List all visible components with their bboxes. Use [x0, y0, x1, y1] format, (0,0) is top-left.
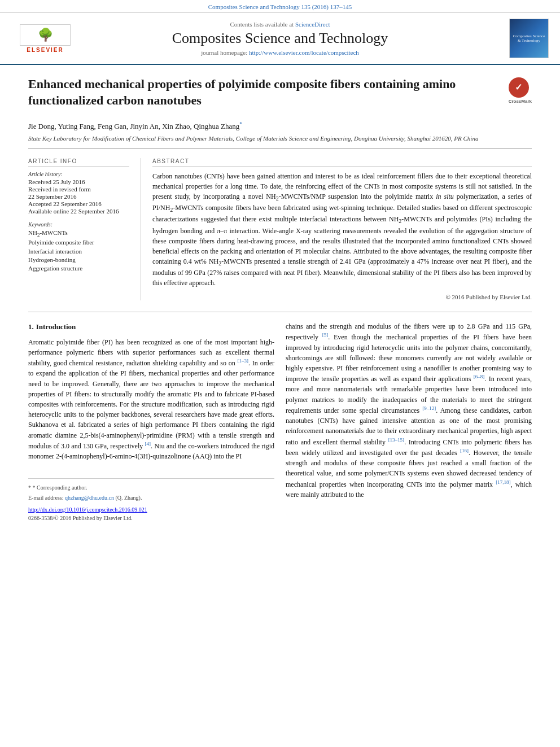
journal-thumbnail: Composites Science & Technology — [481, 19, 549, 58]
abstract-text: Carbon nanotubes (CNTs) have been gained… — [152, 171, 532, 289]
crossmark-symbol: ✓ — [515, 82, 522, 94]
revised-label: Received in revised form — [28, 186, 129, 193]
revised-date: 22 September 2016 — [28, 193, 129, 200]
article-title-text: Enhanced mechanical properties of polyim… — [28, 77, 456, 107]
doi-anchor[interactable]: http://dx.doi.org/10.1016/j.compscitech.… — [28, 506, 147, 513]
article-info-abstract-block: ARTICLE INFO Article history: Received 2… — [28, 158, 532, 301]
star-symbol: * — [28, 484, 33, 491]
article-info-panel: ARTICLE INFO Article history: Received 2… — [28, 158, 141, 301]
keyword-3: Interfacial interaction — [28, 247, 129, 256]
sciencedirect-link: Contents lists available at ScienceDirec… — [79, 21, 481, 28]
email-label: E-mail address: — [28, 495, 63, 501]
journal-reference-bar: Composites Science and Technology 135 (2… — [0, 0, 560, 13]
elsevier-logo-area: 🌳 ELSEVIER — [11, 24, 79, 53]
article-info-title: ARTICLE INFO — [28, 158, 129, 167]
journal-cover-image: Composites Science & Technology — [509, 19, 549, 58]
authors-line: Jie Dong, Yuting Fang, Feng Gan, Jinyin … — [28, 121, 532, 131]
crossmark-label: CrossMark — [509, 99, 532, 104]
article-history: Article history: Received 25 July 2016 R… — [28, 171, 129, 215]
affiliation-text: State Key Laboratory for Modification of… — [28, 135, 532, 149]
keywords-section: Keywords: NH2-MWCNTs Polyimide composite… — [28, 221, 129, 273]
intro-col1-text: Aromatic polyimide fiber (PI) has been r… — [28, 337, 274, 462]
keyword-4: Hydrogen-bonding — [28, 256, 129, 264]
corresponding-author-note: * * Corresponding author. — [28, 483, 274, 492]
journal-citation: Composites Science and Technology 135 (2… — [208, 3, 352, 10]
sciencedirect-anchor[interactable]: ScienceDirect — [295, 21, 330, 28]
footer-area: * * Corresponding author. E-mail address… — [28, 478, 274, 522]
crossmark-badge: ✓ CrossMark — [509, 77, 532, 104]
journal-homepage: journal homepage: http://www.elsevier.co… — [79, 49, 481, 56]
introduction-heading: 1.Introduction — [28, 321, 274, 333]
section-divider — [28, 312, 532, 312]
introduction-columns: 1.Introduction Aromatic polyimide fiber … — [28, 321, 532, 522]
journal-header: 🌳 ELSEVIER Contents lists available at S… — [0, 13, 560, 65]
intro-col2-text: chains and the strength and modulus of t… — [286, 321, 532, 500]
introduction-col-right: chains and the strength and modulus of t… — [286, 321, 532, 522]
article-title-block: ✓ CrossMark Enhanced mechanical properti… — [28, 76, 532, 113]
cover-text: Composites Science & Technology — [512, 34, 546, 43]
keyword-5: Aggregation structure — [28, 264, 129, 273]
accepted-date: Accepted 22 September 2016 — [28, 200, 129, 207]
homepage-label: journal homepage: — [201, 49, 247, 56]
abstract-panel: ABSTRACT Carbon nanotubes (CNTs) have be… — [141, 158, 532, 301]
journal-header-center: Contents lists available at ScienceDirec… — [79, 21, 481, 56]
elsevier-tree-icon: 🌳 — [38, 29, 53, 41]
elsevier-label: ELSEVIER — [27, 47, 63, 53]
crossmark-icon: ✓ — [509, 77, 529, 98]
email-line: E-mail address: qhzhang@dhu.edu.cn (Q. Z… — [28, 493, 274, 502]
keyword-2: Polyimide composite fiber — [28, 238, 129, 247]
contents-available-label: Contents lists available at — [230, 21, 294, 28]
history-label: Article history: — [28, 171, 129, 177]
received-date: Received 25 July 2016 — [28, 178, 129, 185]
email-link[interactable]: qhzhang@dhu.edu.cn — [65, 495, 114, 501]
available-date: Available online 22 September 2016 — [28, 208, 129, 215]
authors-text: Jie Dong, Yuting Fang, Feng Gan, Jinyin … — [28, 123, 239, 131]
copyright-line: © 2016 Published by Elsevier Ltd. — [152, 294, 532, 300]
keyword-1: NH2-MWCNTs — [28, 229, 129, 239]
introduction-col-left: 1.Introduction Aromatic polyimide fiber … — [28, 321, 274, 522]
homepage-url[interactable]: http://www.elsevier.com/locate/compscite… — [249, 49, 359, 56]
abstract-title: ABSTRACT — [152, 158, 532, 167]
journal-title: Composites Science and Technology — [79, 30, 481, 47]
doi-link: http://dx.doi.org/10.1016/j.compscitech.… — [28, 505, 274, 514]
email-suffix: (Q. Zhang). — [115, 495, 142, 501]
main-content: ✓ CrossMark Enhanced mechanical properti… — [0, 65, 560, 534]
issn-line: 0266-3538/© 2016 Published by Elsevier L… — [28, 514, 274, 522]
corresponding-star: * — [239, 121, 242, 127]
elsevier-box: 🌳 — [20, 24, 71, 46]
section-number: 1. — [28, 322, 34, 331]
corresponding-label: * Corresponding author. — [33, 484, 88, 491]
keywords-label: Keywords: — [28, 221, 129, 228]
section-title-text: Introduction — [36, 322, 76, 331]
